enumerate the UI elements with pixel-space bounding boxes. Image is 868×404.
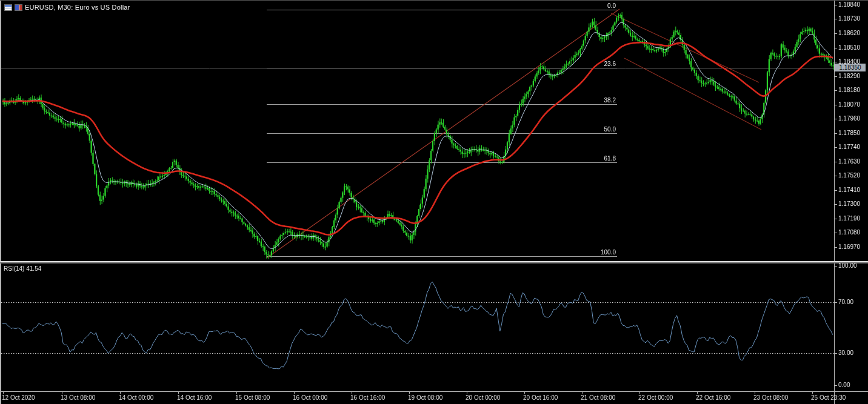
fib-level-label: 61.8 — [604, 155, 616, 162]
trading-chart-window: EURUSD, M30: Euro vs US Dollar 0.023.638… — [0, 0, 868, 404]
time-axis-label: 16 Oct 16:00 — [350, 394, 385, 401]
price-axis-label: 1.18180 — [838, 87, 860, 93]
time-axis-label: 19 Oct 08:00 — [408, 394, 442, 401]
rsi-axis-label: 70.00 — [838, 299, 853, 305]
price-axis-label: 1.18510 — [838, 44, 860, 51]
fib-level-label: 50.0 — [604, 126, 616, 133]
time-axis-label: 20 Oct 00:00 — [466, 394, 500, 401]
time-axis-label: 20 Oct 16:00 — [523, 394, 558, 401]
time-axis-label: 12 Oct 2020 — [2, 394, 35, 401]
rsi-axis-label: 100.00 — [838, 262, 857, 269]
fib-level-label: 23.6 — [604, 61, 616, 67]
time-axis-label: 14 Oct 00:00 — [119, 394, 153, 401]
price-axis-label: 1.18070 — [838, 101, 860, 108]
fib-level-label: 0.0 — [607, 2, 616, 9]
table-icon — [4, 4, 12, 11]
price-axis-label: 1.17190 — [838, 215, 860, 222]
chart-canvas[interactable] — [0, 0, 868, 404]
time-axis-label: 25 Oct 23:30 — [811, 394, 846, 401]
price-axis-label: 1.17410 — [838, 187, 860, 193]
time-axis-label: 15 Oct 08:00 — [235, 394, 270, 401]
price-axis-label: 1.16970 — [838, 243, 860, 250]
time-axis-label: 13 Oct 08:00 — [61, 394, 95, 401]
time-axis-label: 14 Oct 16:00 — [177, 394, 212, 401]
fib-level-label: 100.0 — [601, 249, 616, 256]
rsi-axis-label: 30.00 — [838, 349, 853, 356]
chart-title: EURUSD, M30: Euro vs US Dollar — [25, 4, 130, 11]
chart-title-bar: EURUSD, M30: Euro vs US Dollar — [4, 4, 130, 11]
time-axis-label: 23 Oct 08:00 — [753, 394, 788, 401]
price-axis-label: 1.17960 — [838, 115, 860, 122]
rsi-indicator-label: RSI(14) 41.54 — [4, 265, 41, 272]
time-axis-label: 22 Oct 16:00 — [696, 394, 730, 401]
price-axis-label: 1.18620 — [838, 30, 860, 36]
price-axis-label: 1.17520 — [838, 172, 860, 179]
price-axis-label: 1.18840 — [838, 1, 860, 8]
time-axis-label: 21 Oct 08:00 — [581, 394, 615, 401]
price-axis-label: 1.18730 — [838, 15, 860, 22]
rsi-axis-label: 0.00 — [838, 382, 850, 388]
price-axis-label: 1.17300 — [838, 200, 860, 207]
time-axis-label: 22 Oct 00:00 — [638, 394, 673, 401]
time-axis-label: 16 Oct 00:00 — [293, 394, 327, 401]
price-axis-label: 1.17850 — [838, 130, 860, 136]
chart-icon — [15, 4, 22, 11]
fib-level-label: 38.2 — [604, 97, 616, 104]
price-axis-label: 1.17740 — [838, 144, 860, 150]
current-price-tag: 1.18350 — [835, 64, 866, 71]
price-axis-label: 1.17080 — [838, 229, 860, 236]
price-axis-label: 1.18290 — [838, 73, 860, 79]
price-axis-label: 1.17630 — [838, 158, 860, 165]
